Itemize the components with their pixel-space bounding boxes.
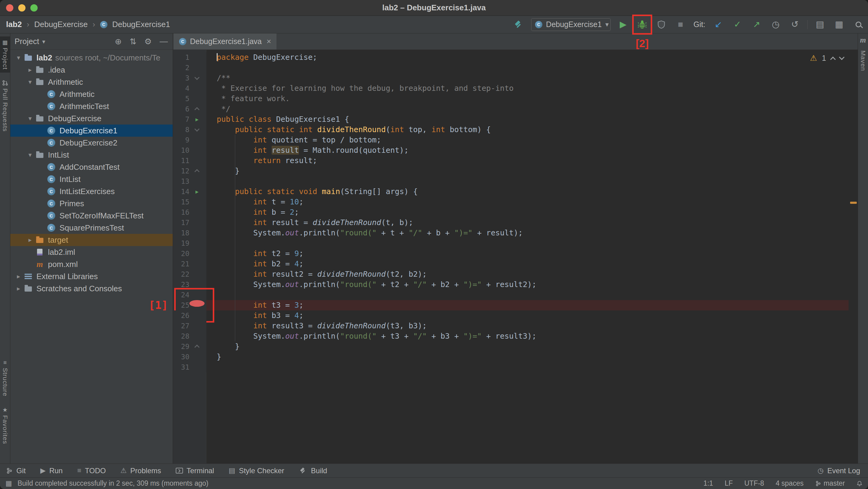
code-text[interactable]: int result2 = divideThenRound(t2, b2); [206, 269, 848, 280]
fold-open-icon[interactable] [189, 73, 205, 83]
push-button[interactable]: ↗ [750, 18, 763, 31]
run-config-selector[interactable]: C DebugExercise1 ▾ [531, 18, 611, 31]
gutter-line-16[interactable]: 16 [173, 207, 206, 218]
git-branch-widget[interactable]: master [815, 479, 845, 487]
line-number[interactable]: 18 [173, 228, 189, 238]
line-number[interactable]: 14 [173, 186, 189, 197]
gutter-line-7[interactable]: 7▶ [173, 114, 206, 124]
caret-position[interactable]: 1:1 [704, 479, 713, 487]
gutter-line-22[interactable]: 22 [173, 269, 206, 280]
gutter-line-17[interactable]: 17 [173, 218, 206, 228]
code-text[interactable]: package DebugExercise; [206, 52, 848, 63]
tree-item-debugexercise2[interactable]: CDebugExercise2 [10, 137, 173, 149]
code-text[interactable]: } [206, 352, 848, 362]
project-view-selector[interactable]: Project ▾ [14, 37, 45, 46]
line-number[interactable]: 27 [173, 321, 189, 331]
code-text[interactable]: int result = divideThenRound(t, b); [206, 218, 848, 228]
toolwindow-todo-button[interactable]: ≡ TODO [77, 466, 105, 475]
line-number[interactable]: 21 [173, 259, 189, 269]
code-text[interactable]: int t = 10; [206, 197, 848, 207]
line-number[interactable]: 6 [173, 104, 189, 114]
panel-settings-button[interactable]: ⚙ [145, 37, 152, 47]
gutter-line-18[interactable]: 18 [173, 228, 206, 238]
chevron-open-icon[interactable]: ▾ [25, 78, 35, 86]
toolwindow-build-button[interactable]: Build [299, 466, 327, 475]
line-number[interactable]: 2 [173, 63, 189, 73]
fold-end-icon[interactable] [189, 341, 205, 352]
gutter-line-2[interactable]: 2 [173, 63, 206, 73]
debug-button[interactable]: [2] [636, 18, 649, 31]
code-text[interactable]: System.out.println("round(" + t2 + "/" +… [206, 280, 848, 290]
gutter-line-10[interactable]: 10 [173, 145, 206, 155]
rollback-button[interactable]: ↺ [788, 18, 802, 31]
toolwindow-terminal-button[interactable]: Terminal [176, 466, 214, 475]
gutter-line-1[interactable]: 1 [173, 52, 206, 63]
restore-layout-button[interactable]: ▦ [833, 18, 846, 31]
search-everywhere-button[interactable] [851, 18, 865, 31]
line-number[interactable]: 30 [173, 352, 189, 362]
tab-debugexercise1-java[interactable]: C DebugExercise1.java × [174, 33, 277, 50]
maven-icon[interactable]: m [860, 36, 866, 44]
code-text[interactable]: } [206, 341, 848, 352]
code-text[interactable]: return result; [206, 155, 848, 166]
build-project-button[interactable] [512, 18, 525, 31]
line-number[interactable]: 11 [173, 155, 189, 166]
toolwindow-git-button[interactable]: Git [6, 466, 26, 475]
tree-item--idea[interactable]: ▸.idea [10, 64, 173, 76]
breakpoint-icon[interactable] [189, 300, 205, 307]
code-text[interactable]: int b2 = 4; [206, 259, 848, 269]
tree-item-target[interactable]: ▸target [10, 234, 173, 246]
history-button[interactable]: ◷ [769, 18, 782, 31]
code-text[interactable] [206, 63, 848, 73]
file-encoding[interactable]: UTF-8 [744, 479, 764, 487]
tree-item-debugexercise1[interactable]: CDebugExercise1 [10, 124, 173, 137]
toolwindow-favorites-button[interactable]: ★ Favorites [0, 404, 10, 447]
tree-item-intlist[interactable]: ▾IntList [10, 149, 173, 161]
tree-item-intlistexercises[interactable]: CIntListExercises [10, 185, 173, 197]
gutter-line-29[interactable]: 29 [173, 341, 206, 352]
gutter-line-11[interactable]: 11 [173, 155, 206, 166]
tree-item-arithmetic[interactable]: CArithmetic [10, 88, 173, 100]
update-project-button[interactable]: ↙ [712, 18, 725, 31]
fold-open-icon[interactable] [189, 124, 205, 135]
gutter-line-19[interactable]: 19 [173, 238, 206, 249]
run-line-icon[interactable]: ▶ [189, 114, 205, 124]
toolwindow-switcher-icon[interactable]: ▦ [5, 480, 12, 487]
tree-item-lab2[interactable]: ▾lab2sources root, ~/Documents/Te [10, 52, 173, 64]
commit-button[interactable]: ✓ [731, 18, 744, 31]
minimize-window-button[interactable] [18, 4, 26, 11]
run-button[interactable]: ▶ [616, 18, 630, 31]
locate-file-button[interactable]: ⊕ [115, 37, 122, 47]
warning-stripe-mark[interactable] [850, 202, 857, 204]
line-number[interactable]: 24 [173, 290, 189, 300]
recent-files-button[interactable]: ▤ [813, 18, 827, 31]
run-with-coverage-button[interactable] [655, 18, 668, 31]
line-number[interactable]: 31 [173, 362, 189, 372]
toolwindow-style-checker-button[interactable]: ▤ Style Checker [228, 466, 284, 475]
collapse-all-button[interactable]: ⇅ [130, 37, 136, 47]
close-tab-icon[interactable]: × [267, 37, 271, 46]
code-text[interactable] [206, 176, 848, 186]
toolwindow-problems-button[interactable]: ⚠ Problems [121, 466, 161, 475]
tree-item-intlist[interactable]: CIntList [10, 173, 173, 185]
breadcrumb-project[interactable]: lab2 [6, 20, 22, 29]
line-number[interactable]: 9 [173, 135, 189, 145]
gutter-line-15[interactable]: 15 [173, 197, 206, 207]
gutter-line-20[interactable]: 20 [173, 249, 206, 259]
gutter-line-27[interactable]: 27 [173, 321, 206, 331]
line-number[interactable]: 17 [173, 218, 189, 228]
breadcrumb-class[interactable]: DebugExercise1 [112, 20, 170, 29]
tree-item-pom-xml[interactable]: mpom.xml [10, 258, 173, 270]
line-number[interactable]: 26 [173, 310, 189, 321]
line-number[interactable]: 10 [173, 145, 189, 155]
event-log-button[interactable]: ◷ Event Log [817, 466, 860, 475]
code-text[interactable]: * Exercise for learning how the debug, b… [206, 83, 848, 93]
code-text[interactable]: public static void main(String[] args) { [206, 186, 848, 197]
tree-item-primes[interactable]: CPrimes [10, 197, 173, 209]
close-window-button[interactable] [6, 4, 13, 11]
gutter-line-31[interactable]: 31 [173, 362, 206, 372]
code-text[interactable]: int b = 2; [206, 207, 848, 218]
chevron-open-icon[interactable]: ▾ [13, 54, 24, 61]
tree-item-lab2-iml[interactable]: lab2.iml [10, 246, 173, 258]
code-text[interactable]: public class DebugExercise1 { [206, 114, 848, 124]
